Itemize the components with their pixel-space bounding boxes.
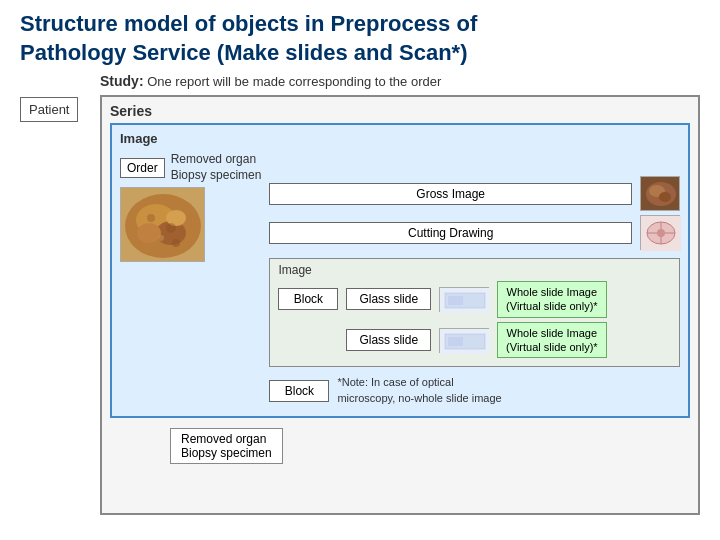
patient-column: Patient — [20, 95, 100, 515]
organ-svg — [121, 188, 205, 262]
image-inner-box: Image Block Glass slide — [269, 258, 680, 367]
wsi-box-2: Whole slide Image (Virtual slide only)* — [497, 322, 607, 359]
svg-rect-20 — [448, 296, 463, 305]
order-row: Order Removed organ Biopsy specimen — [120, 152, 261, 183]
slide: Structure model of objects in Preprocess… — [0, 0, 720, 540]
image-outer-box: Image Order Removed organ Biopsy specime… — [110, 123, 690, 418]
series-container: Series Image Order Removed organ Biopsy … — [100, 95, 700, 515]
specimen-column: Order Removed organ Biopsy specimen — [120, 152, 261, 262]
image-outer-label: Image — [120, 131, 680, 146]
cutting-drawing-thumbnail — [640, 215, 680, 250]
series-label: Series — [110, 103, 690, 119]
svg-point-5 — [147, 214, 155, 222]
order-box: Order — [120, 158, 165, 178]
image-top-row: Order Removed organ Biopsy specimen — [120, 152, 680, 410]
removed-organ-bottom-box: Removed organ Biopsy specimen — [170, 428, 283, 464]
glass-slide-box-1: Glass slide — [346, 288, 431, 310]
block-row-3: Block *Note: In case of optical microsco… — [269, 375, 680, 406]
svg-rect-23 — [448, 337, 463, 346]
svg-point-12 — [659, 192, 671, 202]
right-column: Gross Image Cutting — [269, 152, 680, 410]
glass-slide-thumbnail-1 — [439, 287, 489, 312]
page-title: Structure model of objects in Preprocess… — [20, 10, 700, 67]
svg-point-8 — [172, 239, 180, 247]
patient-box: Patient — [20, 97, 78, 122]
specimen-image — [120, 187, 205, 262]
glass-slide-thumbnail-2 — [439, 328, 489, 353]
block-row-1: Block Glass slide — [278, 281, 671, 318]
removed-organ-top-label: Removed organ Biopsy specimen — [171, 152, 262, 183]
cutting-drawing-box: Cutting Drawing — [269, 222, 632, 244]
gross-image-row: Gross Image — [269, 176, 680, 211]
gross-image-box: Gross Image — [269, 183, 632, 205]
svg-point-6 — [166, 223, 176, 233]
svg-point-17 — [657, 229, 665, 237]
image-inner-label: Image — [278, 263, 671, 277]
note-text: *Note: In case of optical microscopy, no… — [337, 375, 501, 406]
block-row-2: Glass slide Whole slide Image — [278, 322, 671, 359]
svg-point-3 — [137, 223, 161, 243]
study-row: Study: One report will be made correspon… — [100, 73, 700, 89]
block-box-2: Block — [269, 380, 329, 402]
block-box-1: Block — [278, 288, 338, 310]
glass-slide-box-2: Glass slide — [346, 329, 431, 351]
svg-point-7 — [158, 235, 164, 241]
gross-image-thumbnail — [640, 176, 680, 211]
cutting-drawing-row: Cutting Drawing — [269, 215, 680, 250]
wsi-box-1: Whole slide Image (Virtual slide only)* — [497, 281, 607, 318]
main-area: Patient Series Image Order Removed organ… — [20, 95, 700, 515]
